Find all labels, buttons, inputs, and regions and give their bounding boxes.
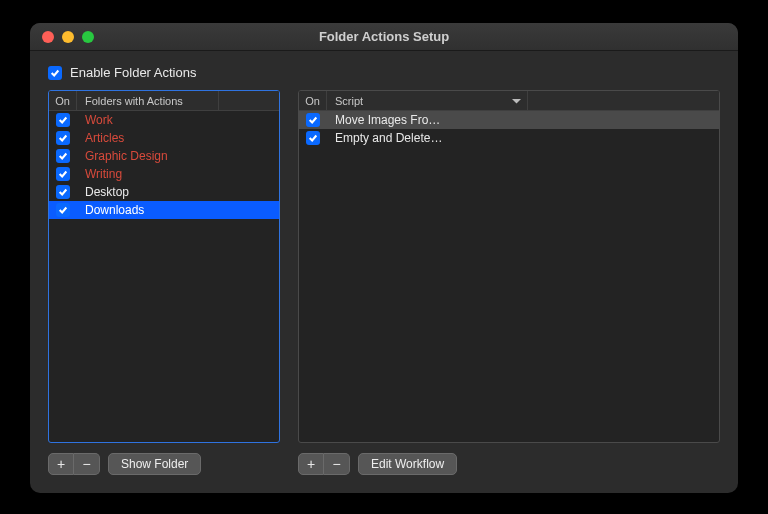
- folder-row-name: Work: [77, 113, 279, 127]
- script-row-checkbox-cell[interactable]: [299, 113, 327, 127]
- checkbox[interactable]: [56, 167, 70, 181]
- folders-header-name[interactable]: Folders with Actions: [77, 91, 219, 110]
- close-icon[interactable]: [42, 31, 54, 43]
- zoom-icon[interactable]: [82, 31, 94, 43]
- folders-header[interactable]: On Folders with Actions: [49, 91, 279, 111]
- folders-pane: On Folders with Actions WorkArticlesGrap…: [48, 90, 280, 475]
- folder-row-checkbox-cell[interactable]: [49, 203, 77, 217]
- folder-row-checkbox-cell[interactable]: [49, 113, 77, 127]
- window-title: Folder Actions Setup: [30, 29, 738, 44]
- enable-folder-actions-checkbox[interactable]: [48, 66, 62, 80]
- folder-row-checkbox-cell[interactable]: [49, 167, 77, 181]
- script-row-name: Empty and Delete…: [327, 131, 719, 145]
- scripts-header[interactable]: On Script: [299, 91, 719, 111]
- folders-add-remove-seg: + −: [48, 453, 100, 475]
- enable-folder-actions-label: Enable Folder Actions: [70, 65, 196, 80]
- traffic-lights: [42, 31, 94, 43]
- folder-row[interactable]: Graphic Design: [49, 147, 279, 165]
- chevron-down-icon: [512, 95, 521, 107]
- folders-toolbar: + − Show Folder: [48, 453, 280, 475]
- script-row[interactable]: Empty and Delete…: [299, 129, 719, 147]
- folder-row-checkbox-cell[interactable]: [49, 185, 77, 199]
- scripts-header-spacer: [528, 91, 720, 110]
- folder-row-name: Writing: [77, 167, 279, 181]
- checkbox[interactable]: [56, 185, 70, 199]
- checkbox[interactable]: [56, 203, 70, 217]
- folders-rows[interactable]: WorkArticlesGraphic DesignWritingDesktop…: [49, 111, 279, 442]
- checkbox[interactable]: [56, 113, 70, 127]
- titlebar: Folder Actions Setup: [30, 23, 738, 51]
- folder-row-name: Desktop: [77, 185, 279, 199]
- folders-header-on[interactable]: On: [49, 91, 77, 110]
- scripts-list[interactable]: On Script Move Images Fro…Empty and Dele…: [298, 90, 720, 443]
- checkbox[interactable]: [306, 131, 320, 145]
- remove-script-button[interactable]: −: [324, 453, 350, 475]
- folders-list[interactable]: On Folders with Actions WorkArticlesGrap…: [48, 90, 280, 443]
- folder-row-name: Articles: [77, 131, 279, 145]
- folder-row-checkbox-cell[interactable]: [49, 149, 77, 163]
- add-folder-button[interactable]: +: [48, 453, 74, 475]
- scripts-header-on[interactable]: On: [299, 91, 327, 110]
- scripts-header-name-label: Script: [335, 95, 363, 107]
- folder-row-name: Graphic Design: [77, 149, 279, 163]
- add-script-button[interactable]: +: [298, 453, 324, 475]
- script-row-name: Move Images Fro…: [327, 113, 719, 127]
- folder-row[interactable]: Writing: [49, 165, 279, 183]
- checkbox[interactable]: [306, 113, 320, 127]
- folder-row[interactable]: Downloads: [49, 201, 279, 219]
- remove-folder-button[interactable]: −: [74, 453, 100, 475]
- scripts-toolbar: + − Edit Workflow: [298, 453, 720, 475]
- folder-row[interactable]: Articles: [49, 129, 279, 147]
- content: Enable Folder Actions On Folders with Ac…: [30, 51, 738, 493]
- checkbox[interactable]: [56, 131, 70, 145]
- show-folder-button[interactable]: Show Folder: [108, 453, 201, 475]
- folders-header-spacer: [219, 91, 279, 110]
- script-row-checkbox-cell[interactable]: [299, 131, 327, 145]
- script-row[interactable]: Move Images Fro…: [299, 111, 719, 129]
- folder-row-checkbox-cell[interactable]: [49, 131, 77, 145]
- minimize-icon[interactable]: [62, 31, 74, 43]
- scripts-header-name[interactable]: Script: [327, 91, 528, 110]
- panes: On Folders with Actions WorkArticlesGrap…: [48, 90, 720, 475]
- folder-row[interactable]: Desktop: [49, 183, 279, 201]
- scripts-add-remove-seg: + −: [298, 453, 350, 475]
- scripts-pane: On Script Move Images Fro…Empty and Dele…: [298, 90, 720, 475]
- enable-folder-actions-row[interactable]: Enable Folder Actions: [48, 65, 720, 80]
- folder-row[interactable]: Work: [49, 111, 279, 129]
- checkbox[interactable]: [56, 149, 70, 163]
- edit-workflow-button[interactable]: Edit Workflow: [358, 453, 457, 475]
- folder-row-name: Downloads: [77, 203, 279, 217]
- scripts-rows[interactable]: Move Images Fro…Empty and Delete…: [299, 111, 719, 442]
- window: Folder Actions Setup Enable Folder Actio…: [30, 23, 738, 493]
